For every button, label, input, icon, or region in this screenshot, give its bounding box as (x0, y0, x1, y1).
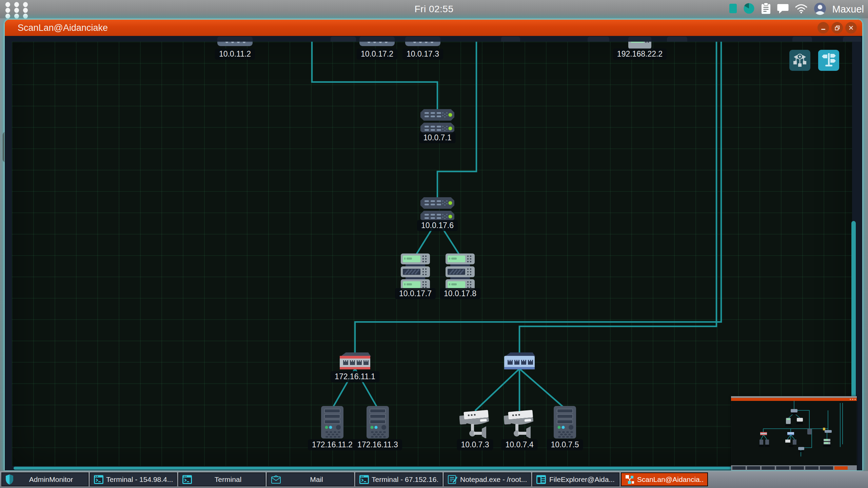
taskbar-item-notepad-exe-root[interactable]: Notepad.exe - /root... (444, 472, 531, 486)
clipboard-icon[interactable] (761, 2, 771, 16)
node-label: 10.0.17.7 (395, 288, 436, 299)
horizontal-scrollbar[interactable] (14, 467, 851, 470)
battery-icon[interactable] (729, 3, 737, 15)
username[interactable]: Maxuel (832, 4, 864, 15)
connection-lines (12, 42, 852, 466)
eye-network-icon (792, 52, 808, 69)
node-label: 10.0.11.2 (215, 48, 255, 60)
taskbar-item-terminal-154-98-4[interactable]: Terminal - 154.98.4... (90, 472, 177, 486)
offscreen-node-silhouette (628, 37, 651, 42)
offscreen-node-silhouette (843, 37, 861, 42)
signpost-icon (821, 52, 836, 68)
watch-view-button[interactable] (789, 50, 810, 71)
taskbar-item-label: ScanLan@Aidancia... (637, 475, 704, 484)
node-label: 10.0.17.6 (417, 220, 458, 231)
node-label: 172.16.11.3 (353, 439, 402, 450)
taskbar: AdminMonitorTerminal - 154.98.4...Termin… (0, 471, 868, 488)
window-body: 10.0.11.210.0.17.210.0.17.3192.168.22.21… (5, 36, 862, 470)
offscreen-node-silhouette (792, 37, 812, 42)
offscreen-node-silhouette (501, 37, 520, 42)
taskbar-item-mail[interactable]: Mail (267, 472, 354, 486)
taskbar-item-label: AdminMonitor (29, 475, 73, 484)
offscreen-node-silhouette (405, 37, 440, 42)
close-icon (848, 25, 854, 30)
pie-chart-icon[interactable] (743, 3, 755, 16)
network-edge (519, 369, 565, 408)
system-top-bar: Fri 02:55 Maxuel (0, 0, 868, 18)
minimize-button[interactable] (817, 22, 829, 34)
taskbar-item-terminal[interactable]: Terminal (178, 472, 265, 486)
layout-view-button[interactable] (818, 50, 839, 71)
minimap-thumbnail (731, 396, 857, 470)
app-launcher-button[interactable] (5, 2, 28, 19)
node-label: 192.168.22.2 (613, 48, 667, 60)
node-10.0.7.3-icon[interactable] (459, 408, 491, 440)
taskbar-item-terminal-67-152-16[interactable]: Terminal - 67.152.16... (355, 472, 442, 486)
restore-icon (834, 25, 840, 31)
network-edge (519, 42, 716, 354)
offscreen-node-silhouette (588, 37, 609, 42)
offscreen-node-silhouette (217, 37, 253, 42)
system-tray: Maxuel (729, 0, 864, 18)
file-explorer-icon (536, 474, 546, 485)
offscreen-node-silhouette (667, 37, 687, 42)
taskbar-item-scanlan-aidancia[interactable]: ScanLan@Aidancia... (621, 472, 708, 486)
window-titlebar[interactable]: ScanLan@Aidanciake (5, 20, 862, 36)
minimize-icon (821, 25, 826, 30)
node-172.16.11.1-icon[interactable] (339, 352, 371, 371)
launcher-dot (5, 2, 10, 7)
chat-icon[interactable] (777, 3, 789, 15)
offscreen-node-silhouette (331, 37, 356, 42)
taskbar-item-label: Notepad.exe - /root... (460, 475, 527, 484)
node-10.0.11.2-icon[interactable] (217, 42, 253, 47)
network-edge (355, 42, 721, 354)
node-label: 10.0.7.3 (457, 439, 493, 450)
node-10.0.7.4-icon[interactable] (504, 408, 535, 440)
node-label: 10.0.7.1 (419, 132, 455, 143)
window-controls (817, 22, 857, 34)
taskbar-item-label: Terminal (215, 475, 241, 484)
mail-icon (271, 475, 281, 484)
node-label: 172.16.11.1 (331, 371, 379, 382)
taskbar-item-label: Terminal - 154.98.4... (106, 475, 173, 484)
taskbar-item-label: Mail (310, 475, 323, 484)
node-10.0.7.5-icon[interactable] (554, 406, 576, 440)
terminal-icon (182, 474, 192, 485)
terminal-icon (94, 474, 104, 485)
network-edge (475, 369, 519, 411)
user-avatar[interactable] (814, 2, 826, 16)
offscreen-node-silhouette (359, 37, 395, 42)
close-button[interactable] (845, 22, 857, 34)
network-icon (625, 474, 635, 485)
notepad-icon (448, 474, 458, 485)
node-10.0.17.3-icon[interactable] (405, 42, 440, 47)
taskbar-item-label: FileExplorer@Aida... (549, 475, 615, 484)
node-10.0.17.8-icon[interactable] (446, 253, 475, 291)
minimap-preview[interactable] (731, 396, 857, 470)
node-label: 10.0.7.4 (501, 439, 537, 450)
node-label: 10.0.7.5 (547, 439, 583, 450)
node-10.0.17.2-icon[interactable] (359, 42, 395, 47)
system-clock: Fri 02:55 (415, 4, 454, 15)
scanlan-window: ScanLan@Aidanciake 10.0.11.210.0.17.210.… (5, 20, 862, 470)
taskbar-item-fileexplorer-aida[interactable]: FileExplorer@Aida... (532, 472, 619, 486)
window-title: ScanLan@Aidanciake (18, 23, 108, 33)
node-label: 172.16.11.2 (308, 439, 357, 450)
terminal-icon (359, 474, 369, 485)
network-canvas[interactable]: 10.0.11.210.0.17.210.0.17.3192.168.22.21… (12, 42, 852, 466)
node-10.0.17.7-icon[interactable] (401, 253, 430, 291)
taskbar-item-adminmonitor[interactable]: AdminMonitor (1, 472, 88, 486)
node-10.0.7.1-icon[interactable] (420, 109, 454, 136)
node-switch-blue-icon[interactable] (504, 352, 535, 371)
wifi-icon[interactable] (795, 3, 808, 15)
desktop: Fri 02:55 Maxuel ScanLan@Aidanciake (0, 0, 868, 488)
node-172.16.11.2-icon[interactable] (321, 406, 343, 440)
restore-button[interactable] (831, 22, 843, 34)
taskbar-item-label: Terminal - 67.152.16... (372, 475, 438, 484)
node-label: 10.0.17.8 (440, 288, 480, 299)
node-label: 10.0.17.3 (402, 48, 443, 60)
shield-icon (5, 474, 14, 485)
node-label: 10.0.17.2 (357, 48, 397, 60)
node-172.16.11.3-icon[interactable] (367, 406, 389, 440)
